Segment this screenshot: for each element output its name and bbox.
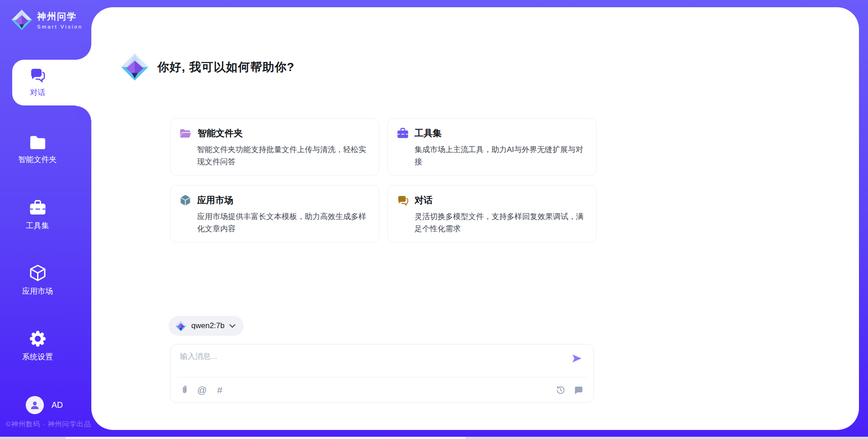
- new-chat-button[interactable]: [574, 385, 584, 395]
- sidebar-item-system-settings[interactable]: 系统设置: [0, 330, 75, 362]
- message-composer: @ #: [170, 344, 594, 403]
- cube-icon: [29, 264, 46, 282]
- card-title: 对话: [415, 194, 433, 206]
- chevron-down-icon: [229, 324, 236, 328]
- brand: 神州问学 Smart Vision: [11, 9, 83, 31]
- tab-fillet-bottom: [75, 105, 92, 122]
- card-title: 应用市场: [197, 194, 233, 206]
- chat-bubble-icon: [574, 385, 584, 395]
- sidebar-item-label: 工具集: [26, 220, 49, 231]
- toolbox-icon: [29, 200, 46, 216]
- sidebar-item-label: 智能文件夹: [19, 154, 57, 165]
- paperclip-icon: [180, 385, 189, 395]
- at-icon: @: [197, 385, 207, 395]
- card-toolset[interactable]: 工具集 集成市场上主流工具，助力AI与外界无缝扩展与对接: [387, 118, 597, 176]
- greeting: 你好, 我可以如何帮助你?: [120, 52, 294, 81]
- model-logo-icon: [175, 320, 187, 332]
- sidebar-item-chat-active[interactable]: 对话: [12, 60, 92, 105]
- card-title: 工具集: [415, 127, 442, 139]
- model-selector[interactable]: qwen2:7b: [169, 316, 244, 336]
- card-title: 智能文件夹: [198, 127, 243, 139]
- greeting-text: 你好, 我可以如何帮助你?: [157, 59, 294, 75]
- send-icon: [571, 353, 583, 364]
- tab-fillet-top: [75, 44, 92, 60]
- sidebar-item-label: 对话: [30, 87, 45, 98]
- message-input[interactable]: [170, 344, 541, 373]
- user-name: AD: [52, 401, 63, 410]
- card-description: 应用市场提供丰富长文本模板，助力高效生成多样化文章内容: [197, 210, 370, 235]
- sidebar-item-label: 系统设置: [22, 352, 53, 362]
- brand-logo-icon: [11, 9, 33, 31]
- card-app-market[interactable]: 应用市场 应用市场提供丰富长文本模板，助力高效生成多样化文章内容: [170, 185, 379, 243]
- sidebar-item-toolset[interactable]: 工具集: [0, 200, 75, 231]
- card-chat[interactable]: 对话 灵活切换多模型文件，支持多样回复效果调试，满足个性化需求: [387, 185, 597, 243]
- attach-file-button[interactable]: [179, 385, 189, 395]
- toolbox-icon: [397, 128, 409, 139]
- feature-cards: 智能文件夹 智能文件夹功能支持批量文件上传与清洗，轻松实现文件问答 工具集 集成…: [170, 118, 597, 243]
- hash-icon: #: [217, 385, 222, 395]
- card-description: 智能文件夹功能支持批量文件上传与清洗，轻松实现文件问答: [197, 143, 370, 168]
- send-button[interactable]: [571, 353, 583, 364]
- sidebar-item-label: 应用市场: [22, 286, 53, 296]
- chat-icon: [29, 67, 46, 83]
- person-icon: [29, 400, 40, 410]
- cube-icon: [179, 194, 191, 206]
- brand-subtitle: Smart Vision: [37, 24, 83, 29]
- folder-icon: [29, 135, 46, 150]
- model-name: qwen2:7b: [191, 321, 225, 330]
- card-description: 集成市场上主流工具，助力AI与外界无缝扩展与对接: [415, 143, 587, 168]
- history-icon: [556, 385, 566, 395]
- sidebar-item-smart-folder[interactable]: 智能文件夹: [0, 135, 75, 165]
- topic-button[interactable]: #: [215, 385, 225, 395]
- brand-name: 神州问学: [37, 10, 83, 23]
- copyright-footer: ©神州数码 · 神州问学出品: [6, 420, 91, 429]
- history-button[interactable]: [556, 385, 566, 395]
- chat-icon: [397, 195, 409, 206]
- mention-button[interactable]: @: [197, 385, 207, 395]
- card-description: 灵活切换多模型文件，支持多样回复效果调试，满足个性化需求: [415, 210, 587, 235]
- open-folder-icon: [179, 128, 192, 139]
- assistant-logo-icon: [120, 52, 149, 81]
- gear-icon: [29, 330, 46, 347]
- avatar: [26, 396, 44, 414]
- horizontal-scrollbar-thumb[interactable]: [66, 437, 466, 439]
- user-account[interactable]: AD: [26, 396, 63, 414]
- sidebar-item-app-market[interactable]: 应用市场: [0, 264, 75, 296]
- card-smart-folder[interactable]: 智能文件夹 智能文件夹功能支持批量文件上传与清洗，轻松实现文件问答: [170, 118, 379, 176]
